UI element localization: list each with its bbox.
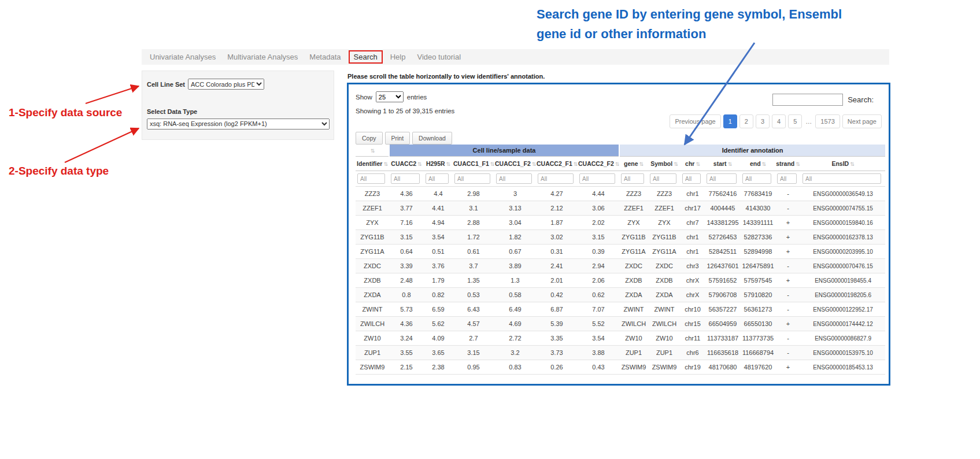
column-header-cuacc1-f2[interactable]: CUACC1_F2⇅ [494,157,536,171]
filter-cell [424,171,453,187]
column-label: H295R [426,160,445,167]
nav-item-metadata[interactable]: Metadata [304,51,346,63]
page-button-1573[interactable]: 1573 [815,114,840,128]
table-cell: ENSG00000198205.6 [801,288,885,302]
table-cell: ENSG00000153975.10 [801,346,885,360]
nav-item-univariate-analyses[interactable]: Univariate Analyses [144,51,221,63]
table-cell: 3.77 [389,201,424,216]
table-cell: 0.31 [536,245,578,259]
table-row: ZXDC3.393.763.73.892.412.94ZXDCZXDCchr31… [356,259,885,273]
column-label: CUACC1_F1 [453,160,489,167]
table-cell: 143381295 [705,216,741,230]
table-cell: ZYG11A [356,245,389,259]
pagination: Previous page12345…1573Next page [670,114,882,128]
table-cell: ENSG00000036549.13 [801,187,885,201]
page-button-2[interactable]: 2 [739,114,753,128]
column-label: Symbol [650,160,672,167]
table-row: ZYX7.164.942.883.041.872.02ZYXZYXchr7143… [356,216,885,230]
table-cell: 1.87 [536,216,578,230]
column-header-strand[interactable]: strand⇅ [775,157,801,171]
filter-input-cuacc2-f2[interactable] [579,173,615,184]
table-row: ZSWIM92.152.380.950.830.260.43ZSWIM9ZSWI… [356,360,885,375]
copy-button[interactable]: Copy [356,132,383,145]
column-header-start[interactable]: start⇅ [705,157,741,171]
filter-input-symbol[interactable] [650,173,676,184]
column-header-chr[interactable]: chr⇅ [681,157,705,171]
table-cell: chr17 [681,201,705,216]
sort-icon: ⇅ [639,161,644,167]
group-header-identifier-annotation: Identifier annotation [619,145,885,157]
table-cell: 2.98 [453,187,494,201]
page-button-5[interactable]: 5 [788,114,802,128]
nav-item-multivariate-analyses[interactable]: Multivariate Analyses [221,51,304,63]
table-cell: 3 [494,187,536,201]
column-header-identifier[interactable]: Identifier⇅ [356,157,389,171]
table-cell: chrX [681,288,705,302]
export-buttons: CopyPrintDownload [356,132,452,145]
filter-input-gene[interactable] [621,173,644,184]
table-cell: chr11 [681,331,705,346]
nav-item-video-tutorial[interactable]: Video tutorial [411,51,467,63]
table-cell: 3.13 [494,201,536,216]
column-header-cuacc2-f2[interactable]: CUACC2_F2⇅ [578,157,619,171]
table-cell: ENSG00000074755.15 [801,201,885,216]
data-type-select[interactable]: xsq: RNA-seq Expression (log2 FPKM+1) [147,119,330,129]
table-cell: 3.06 [578,201,619,216]
table-cell: 52827336 [741,230,775,245]
table-cell: ENSG00000174442.12 [801,317,885,331]
table-cell: 3.55 [389,346,424,360]
column-header-symbol[interactable]: Symbol⇅ [648,157,681,171]
filter-input-end[interactable] [742,173,771,184]
table-cell: 2.88 [453,216,494,230]
filter-input-cuacc1-f1[interactable] [454,173,490,184]
page-button-3[interactable]: 3 [756,114,770,128]
page-button-4[interactable]: 4 [772,114,786,128]
column-header-gene[interactable]: gene⇅ [619,157,648,171]
entries-label: entries [407,94,427,101]
table-cell: 0.53 [453,288,494,302]
column-header-cuacc1-f1[interactable]: CUACC1_F1⇅ [453,157,494,171]
table-cell: 3.39 [389,259,424,273]
filter-input-strand[interactable] [777,173,797,184]
table-cell: 0.95 [453,360,494,375]
column-header-cuacc2[interactable]: CUACC2⇅ [389,157,424,171]
filter-input-cuacc2[interactable] [391,173,420,184]
table-cell: 2.06 [578,273,619,288]
column-header-end[interactable]: end⇅ [741,157,775,171]
filter-input-cuacc2-f1[interactable] [538,173,574,184]
sort-icon: ⇅ [446,161,451,167]
filter-input-cuacc1-f2[interactable] [496,173,532,184]
table-cell: - [775,331,801,346]
table-row: ZZEF13.774.413.13.132.123.06ZZEF1ZZEF1ch… [356,201,885,216]
table-row: ZW103.244.092.72.723.353.54ZW10ZW10chr11… [356,331,885,346]
table-cell: 3.54 [424,230,453,245]
column-header-cuacc2-f1[interactable]: CUACC2_F1⇅ [536,157,578,171]
cell-line-set-select[interactable]: ACC Colorado plus PDX [188,79,264,90]
group-sort-cell: ⇅ [356,145,389,157]
nav-item-search[interactable]: Search [349,50,383,64]
download-button[interactable]: Download [412,132,452,145]
search-input[interactable] [772,94,843,106]
previous-page-button[interactable]: Previous page [670,114,720,128]
filter-input-start[interactable] [707,173,737,184]
table-cell: ZYX [648,216,681,230]
column-header-ensid[interactable]: EnsID⇅ [801,157,885,171]
sort-icon: ⇅ [850,161,855,167]
page-length-select[interactable]: 25 [376,91,404,102]
nav-item-help[interactable]: Help [384,51,412,63]
filter-input-chr[interactable] [682,173,701,184]
cell-line-set-label: Cell Line Set [147,81,185,88]
table-cell: 3.89 [494,259,536,273]
print-button[interactable]: Print [385,132,411,145]
next-page-button[interactable]: Next page [842,114,882,128]
filter-input-ensid[interactable] [803,173,881,184]
filter-input-identifier[interactable] [357,173,385,184]
page-ellipsis: … [804,115,813,128]
filter-input-h295r[interactable] [426,173,449,184]
filter-cell [705,171,741,187]
table-cell: 0.8 [389,288,424,302]
table-cell: ZSWIM9 [648,360,681,375]
page-button-1[interactable]: 1 [723,114,737,128]
table-cell: - [775,346,801,360]
column-header-h295r[interactable]: H295R⇅ [424,157,453,171]
